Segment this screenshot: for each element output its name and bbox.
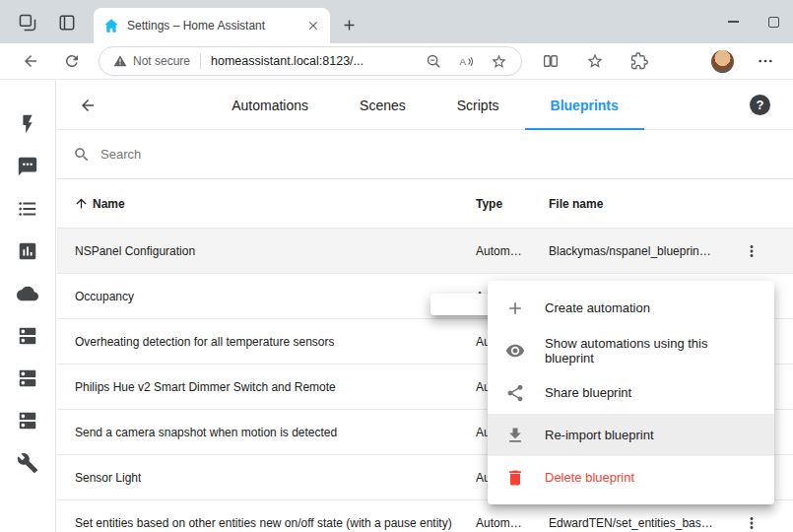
menu-item-label: Show automations using this blueprint — [545, 336, 757, 366]
sidebar-history-chart-icon[interactable] — [17, 240, 38, 262]
url-text[interactable]: homeassistant.local:8123/... — [211, 54, 410, 68]
trash-icon — [505, 468, 525, 488]
plus-icon — [505, 299, 525, 318]
home-assistant-favicon — [103, 18, 119, 33]
row-type: Autom… — [476, 516, 522, 530]
menu-item-share-blueprint[interactable]: Share blueprint — [488, 371, 774, 414]
table-row[interactable]: Set entities based on other entities new… — [57, 500, 793, 532]
favorite-star-icon[interactable] — [491, 53, 507, 70]
ha-sidebar — [0, 81, 56, 532]
row-type: Autom… — [476, 244, 522, 258]
address-bar[interactable]: Not secure homeassistant.local:8123/... … — [99, 46, 522, 76]
sidebar-cloud-icon[interactable] — [17, 283, 38, 304]
security-label[interactable]: Not secure — [133, 54, 190, 68]
tab-scenes[interactable]: Scenes — [334, 81, 431, 130]
browser-settings-more-icon[interactable] — [757, 52, 774, 70]
row-file: EdwardTEN/set_entities_bas… — [549, 516, 713, 530]
tab-actions-icon[interactable] — [57, 13, 77, 33]
tab-close-icon[interactable] — [306, 19, 320, 33]
download-icon — [505, 426, 525, 445]
menu-item-show-automations[interactable]: Show automations using this blueprint — [488, 329, 774, 371]
browser-window: Settings – Home Assistant Not secure ho — [0, 0, 793, 532]
blueprints-page: Automations Scenes Scripts Blueprints ? … — [57, 81, 793, 532]
row-overflow-menu-icon[interactable] — [743, 514, 760, 532]
menu-item-create-automation[interactable]: Create automation — [488, 287, 774, 329]
sort-ascending-icon[interactable] — [74, 196, 89, 211]
svg-text:A: A — [459, 56, 466, 67]
zoom-icon[interactable] — [426, 53, 442, 70]
menu-item-label: Re-import blueprint — [545, 428, 654, 442]
window-controls — [728, 0, 779, 43]
sidebar-chat-icon[interactable] — [17, 156, 38, 177]
column-header-file[interactable]: File name — [549, 197, 603, 211]
back-icon[interactable] — [22, 52, 39, 70]
refresh-icon[interactable] — [63, 52, 81, 70]
row-overflow-menu-icon[interactable] — [743, 242, 760, 260]
menu-item-delete-blueprint[interactable]: Delete blueprint — [488, 456, 774, 499]
tab-title: Settings – Home Assistant — [127, 19, 298, 33]
minimize-button[interactable] — [728, 21, 739, 23]
sidebar-server-icon-2[interactable] — [17, 367, 38, 389]
sidebar-server-icon-3[interactable] — [17, 410, 38, 432]
menu-item-label: Share blueprint — [545, 385, 631, 400]
browser-titlebar: Settings – Home Assistant — [0, 0, 793, 43]
search-placeholder: Search — [100, 147, 141, 162]
maximize-button[interactable] — [768, 17, 779, 28]
browser-toolbar: Not secure homeassistant.local:8123/... … — [0, 43, 793, 80]
sidebar-tools-wrench-icon[interactable] — [17, 452, 38, 474]
help-icon[interactable]: ? — [750, 95, 770, 115]
search-bar[interactable]: Search — [57, 130, 793, 179]
sidebar-energy-icon[interactable] — [17, 113, 38, 135]
menu-item-reimport-blueprint[interactable]: Re-import blueprint — [488, 414, 774, 456]
new-tab-button[interactable] — [341, 17, 358, 33]
tab-automations[interactable]: Automations — [206, 81, 334, 130]
table-row[interactable]: NSPanel Configuration Autom… Blackymas/n… — [57, 229, 793, 274]
split-screen-icon[interactable] — [542, 52, 560, 70]
home-assistant-app: Automations Scenes Scripts Blueprints ? … — [0, 81, 793, 532]
table-header: Name Type File name — [57, 179, 793, 229]
page-tabs: Automations Scenes Scripts Blueprints — [206, 81, 644, 130]
row-name: Philips Hue v2 Smart Dimmer Switch and R… — [75, 380, 336, 394]
favorites-hub-icon[interactable] — [586, 52, 604, 70]
menu-item-label: Delete blueprint — [545, 470, 634, 485]
page-back-icon[interactable] — [79, 97, 97, 114]
eye-icon — [505, 341, 525, 361]
browser-tab[interactable]: Settings – Home Assistant — [94, 8, 330, 43]
column-header-name[interactable]: Name — [93, 197, 125, 211]
workspaces-icon[interactable] — [18, 13, 37, 33]
row-name: Overheating detection for all temperatur… — [75, 335, 334, 349]
page-header: Automations Scenes Scripts Blueprints ? — [57, 81, 793, 130]
not-secure-warning-icon — [113, 54, 127, 68]
profile-avatar[interactable] — [711, 50, 734, 73]
column-header-type[interactable]: Type — [476, 197, 502, 211]
menu-item-label: Create automation — [545, 300, 650, 315]
row-name: Set entities based on other entities new… — [75, 516, 452, 530]
row-file: Blackymas/nspanel_blueprin… — [549, 244, 711, 258]
row-name: Send a camera snapshot when motion is de… — [75, 426, 337, 439]
tab-blueprints[interactable]: Blueprints — [525, 81, 644, 130]
tab-scripts[interactable]: Scripts — [431, 81, 525, 130]
sidebar-list-icon[interactable] — [17, 198, 38, 220]
row-name: NSPanel Configuration — [75, 244, 195, 258]
search-icon — [73, 146, 91, 164]
read-aloud-icon[interactable]: A — [458, 53, 475, 70]
extensions-puzzle-icon[interactable] — [630, 52, 648, 70]
row-name: Sensor Light — [75, 471, 141, 485]
row-name: Occupancy — [75, 290, 134, 303]
address-divider — [200, 53, 201, 69]
share-icon — [505, 383, 525, 403]
blueprint-context-menu: Create automation Show automations using… — [488, 281, 774, 504]
sidebar-server-icon-1[interactable] — [17, 325, 38, 347]
